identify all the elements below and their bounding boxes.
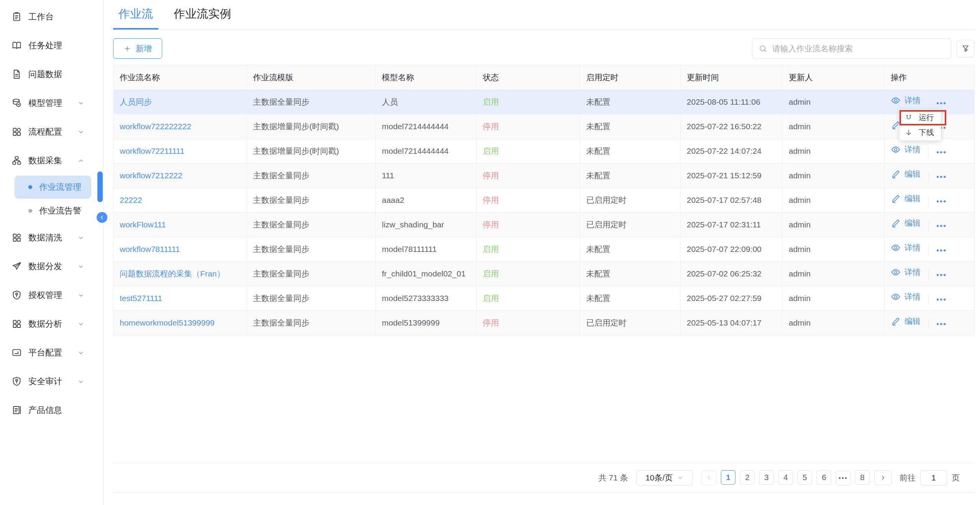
cell-updated-time: 2025-07-17 02:57:48 xyxy=(681,188,783,212)
sidebar-item[interactable]: 数据分析 xyxy=(0,309,103,338)
row-action-link[interactable]: 详情 xyxy=(891,144,921,155)
page-button[interactable]: 2 xyxy=(740,470,755,485)
search-input[interactable] xyxy=(772,44,945,53)
sidebar-collapse-button[interactable] xyxy=(97,212,107,223)
row-action-link[interactable]: 编辑 xyxy=(891,218,921,229)
workflow-name-link[interactable]: workflow722222222 xyxy=(120,122,191,131)
page-button[interactable]: 1 xyxy=(721,470,735,485)
more-actions-button[interactable]: ••• xyxy=(936,320,947,328)
sidebar-item[interactable]: 模型管理 xyxy=(0,89,103,117)
more-pages-button[interactable]: ••• xyxy=(836,471,850,485)
sidebar-item[interactable]: 流程配置 xyxy=(0,117,103,146)
chevron-down-icon xyxy=(77,291,85,299)
row-action-link[interactable]: 详情 xyxy=(891,291,921,302)
workflow-name-link[interactable]: workflow7212222 xyxy=(120,171,182,180)
column-header: 更新时间 xyxy=(681,65,783,90)
page-button[interactable]: 6 xyxy=(817,470,831,485)
table-row: workFlow111主数据全量同步lizw_shading_bar停用已启用定… xyxy=(113,212,975,237)
more-actions-button[interactable]: ••• xyxy=(936,148,947,156)
cell-actions: 详情••• xyxy=(885,286,975,311)
workflow-name-link[interactable]: workFlow111 xyxy=(120,220,166,229)
more-actions-button[interactable]: ••• xyxy=(936,246,947,255)
sidebar-item[interactable]: 数据清洗 xyxy=(0,223,103,252)
chevron-down-icon xyxy=(677,474,684,481)
row-action-link[interactable]: 详情 xyxy=(891,267,921,278)
sidebar-item[interactable]: 平台配置 xyxy=(0,338,103,367)
cell-schedule: 已启用定时 xyxy=(580,311,681,335)
workflow-name-link[interactable]: test5271111 xyxy=(120,294,162,303)
sidebar-item[interactable]: 工作台 xyxy=(0,2,103,31)
cell-template: 主数据全量同步 xyxy=(247,90,376,114)
goto-page-input[interactable] xyxy=(920,470,947,485)
status-badge: 停用 xyxy=(483,220,499,229)
toolbar-right xyxy=(752,38,974,59)
tab-workflow-instance[interactable]: 作业流实例 xyxy=(168,0,237,30)
page-size-select[interactable]: 10条/页 xyxy=(636,470,692,485)
edit-icon xyxy=(891,194,901,204)
workflow-name-link[interactable]: 人员同步 xyxy=(120,97,152,106)
tab-workflow[interactable]: 作业流 xyxy=(113,0,158,30)
cell-workflow-name: workflow722222222 xyxy=(113,114,247,139)
more-actions-button[interactable]: ••• xyxy=(936,271,947,279)
chevron-right-icon xyxy=(880,474,886,481)
cell-status: 停用 xyxy=(477,114,580,139)
page-button[interactable]: 4 xyxy=(778,470,793,485)
action-divider xyxy=(928,147,929,158)
row-action-link[interactable]: 详情 xyxy=(891,242,921,253)
page-button[interactable]: 5 xyxy=(797,470,812,485)
prev-page-button[interactable] xyxy=(702,470,716,485)
column-header: 作业流名称 xyxy=(113,65,247,90)
sidebar-subitem[interactable]: 作业流告警 xyxy=(15,199,91,222)
page-size-value: 10条/页 xyxy=(645,472,673,483)
workflow-name-link[interactable]: homeworkmodel51399999 xyxy=(120,318,215,327)
tab-workflow-label: 作业流 xyxy=(118,6,153,22)
sidebar-subitem[interactable]: 作业流管理 xyxy=(15,176,91,199)
status-badge: 启用 xyxy=(483,146,499,155)
workflow-name-link[interactable]: 问题数据流程的采集（Fran） xyxy=(120,269,225,278)
row-action-link[interactable]: 编辑 xyxy=(891,193,921,204)
sidebar-item[interactable]: 授权管理 xyxy=(0,281,103,309)
more-actions-button[interactable]: ••• xyxy=(936,99,947,107)
sidebar-item[interactable]: 安全审计 xyxy=(0,367,103,396)
sidebar-item[interactable]: 任务处理 xyxy=(0,31,103,60)
chevron-down-icon xyxy=(77,234,85,242)
menu-item-run-label: 运行 xyxy=(919,112,934,123)
sidebar-item[interactable]: 产品信息 xyxy=(0,396,103,424)
more-actions-button[interactable]: ••• xyxy=(936,197,947,206)
cell-schedule: 未配置 xyxy=(580,262,681,286)
table-row: workflow7212222主数据全量同步111停用未配置2025-07-21… xyxy=(113,163,975,188)
bullet-dot-icon xyxy=(28,209,32,213)
menu-item-offline[interactable]: 下线 xyxy=(899,125,941,140)
action-divider xyxy=(928,196,929,207)
workflow-name-link[interactable]: workflow7811111 xyxy=(120,245,180,253)
more-actions-button[interactable]: ••• xyxy=(936,222,947,230)
next-page-button[interactable] xyxy=(874,470,892,485)
cell-updated-time: 2025-05-27 02:27:59 xyxy=(681,286,783,311)
cell-model-name: model5273333333 xyxy=(376,286,477,311)
more-actions-button[interactable]: ••• xyxy=(936,295,947,304)
sidebar-item[interactable]: 问题数据 xyxy=(0,60,103,89)
chevron-down-icon xyxy=(77,99,85,107)
eye-icon xyxy=(891,243,901,253)
workflow-name-link[interactable]: workflow72211111 xyxy=(120,146,184,155)
more-actions-button[interactable]: ••• xyxy=(936,173,947,181)
bullet-dot-icon xyxy=(28,185,32,189)
sidebar-item[interactable]: 数据采集 xyxy=(0,146,103,175)
search-box xyxy=(752,38,951,59)
table-row: test5271111主数据全量同步model5273333333启用未配置20… xyxy=(113,286,975,311)
add-button[interactable]: 新增 xyxy=(113,38,162,59)
menu-item-run[interactable]: 运行 xyxy=(899,110,941,125)
status-badge: 启用 xyxy=(483,97,499,106)
book-icon xyxy=(12,40,22,51)
row-action-link[interactable]: 编辑 xyxy=(891,169,921,179)
filter-button[interactable] xyxy=(957,40,974,58)
workflow-name-link[interactable]: 22222 xyxy=(120,196,142,204)
page-button[interactable]: 3 xyxy=(759,470,774,485)
sidebar-item-label: 授权管理 xyxy=(28,290,62,301)
row-action-link[interactable]: 详情 xyxy=(891,95,921,106)
page-button[interactable]: 8 xyxy=(855,470,870,485)
sidebar-item[interactable]: 数据分发 xyxy=(0,252,103,281)
chevron-left-icon xyxy=(99,214,105,220)
cell-template: 主数据增量同步(时间戳) xyxy=(247,139,376,163)
row-action-link[interactable]: 编辑 xyxy=(891,316,921,327)
